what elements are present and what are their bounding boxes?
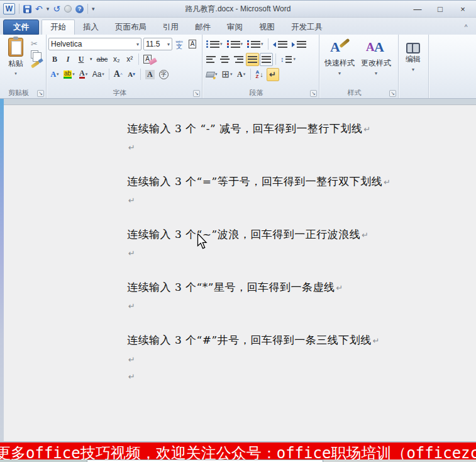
group-paragraph: ▾ ▾ ▾ ↕▾ ▾ ⊞▾ A▾ AZ ↓ ↵ 段落: [202, 35, 319, 98]
italic-button[interactable]: I: [62, 53, 74, 66]
line-spacing-button[interactable]: ↕▾: [279, 53, 297, 66]
collapse-ribbon-icon[interactable]: ^: [461, 23, 471, 31]
align-center-button[interactable]: [218, 53, 231, 66]
copy-icon[interactable]: [31, 50, 38, 59]
character-border-button[interactable]: A: [186, 38, 199, 51]
underline-button[interactable]: U: [75, 53, 87, 66]
paragraph-mark: ↵: [128, 143, 135, 152]
scrollbar-thumb[interactable]: [87, 459, 323, 462]
clear-formatting-button[interactable]: A: [141, 53, 158, 66]
tab-insert[interactable]: 插入: [75, 20, 107, 35]
group-clipboard: 粘贴 ▾ ✂ 剪贴板 ↘: [0, 35, 47, 98]
doc-line-1[interactable]: 连续输入 3 个 “-” 减号，回车得到一整行下划线↵: [127, 121, 371, 136]
doc-empty-line[interactable]: ↵: [127, 246, 135, 259]
borders-button[interactable]: ⊞▾: [220, 68, 235, 81]
multilevel-list-button[interactable]: ▾: [245, 38, 265, 51]
font-size-combo[interactable]: 11.5▾: [143, 38, 172, 50]
doc-line-4[interactable]: 连续输入 3 个“*”星号，回车得到一条虚线↵: [127, 280, 343, 295]
tab-view[interactable]: 视图: [251, 20, 283, 35]
paragraph-dialog-launcher[interactable]: ↘: [310, 90, 317, 97]
align-left-icon: [206, 56, 216, 63]
doc-empty-line[interactable]: ↵: [127, 369, 135, 382]
change-case-button[interactable]: Aa▾: [91, 68, 106, 81]
word-logo-icon[interactable]: W: [3, 3, 15, 14]
align-center-icon: [220, 56, 230, 63]
font-name-combo[interactable]: Helvetica▾: [48, 38, 141, 50]
styles-group-label: 样式: [319, 88, 389, 98]
doc-line-2[interactable]: 连续输入 3 个“=”等于号，回车得到一整行双下划线↵: [127, 174, 391, 189]
paste-dropdown[interactable]: ▾: [14, 71, 17, 76]
superscript-button[interactable]: x²: [123, 53, 136, 66]
show-hide-marks-button[interactable]: ↵: [267, 68, 279, 81]
ribbon-home: 粘贴 ▾ ✂ 剪贴板 ↘ Helvetica▾ 11.5▾ wén 文 A: [0, 35, 476, 99]
font-dialog-launcher[interactable]: ↘: [193, 90, 200, 97]
distribute-button[interactable]: [260, 53, 273, 66]
align-left-button[interactable]: [204, 53, 218, 66]
doc-empty-line[interactable]: ↵: [127, 299, 135, 312]
mouse-cursor: [196, 234, 208, 250]
grow-font-button[interactable]: A^: [112, 68, 125, 81]
numbering-button[interactable]: ▾: [225, 38, 245, 51]
decrease-indent-button[interactable]: [271, 38, 289, 51]
doc-line-5[interactable]: 连续输入 3 个“#”井号，回车得到一条三线下划线↵: [127, 333, 380, 347]
close-button[interactable]: ×: [455, 3, 471, 14]
styles-dialog-launcher[interactable]: ↘: [389, 90, 396, 97]
asian-layout-button[interactable]: A▾: [235, 68, 248, 81]
customize-qat-dropdown[interactable]: ▾: [92, 4, 95, 14]
document-page[interactable]: 连续输入 3 个 “-” 减号，回车得到一整行下划线↵ ↵ 连续输入 3 个“=…: [4, 104, 476, 441]
tab-home[interactable]: 开始: [42, 20, 75, 35]
shading-button[interactable]: ▾: [204, 68, 219, 81]
tab-references[interactable]: 引用: [155, 20, 187, 35]
minimize-button[interactable]: —: [409, 3, 426, 14]
group-editing: 编辑 ▾: [399, 35, 429, 98]
change-styles-button[interactable]: AA 更改样式 ▾: [358, 37, 394, 76]
multilevel-list-icon: [251, 41, 260, 48]
doc-empty-line[interactable]: ↵: [127, 352, 135, 365]
underline-dropdown[interactable]: ▾: [88, 53, 94, 66]
paragraph-mark: ↵: [128, 196, 135, 205]
chevron-down-icon: ▾: [136, 42, 139, 47]
maximize-button[interactable]: □: [432, 3, 448, 14]
undo-button[interactable]: ↶: [35, 4, 43, 14]
shading-bucket-icon: [206, 72, 215, 77]
quick-styles-button[interactable]: A 快速样式 ▾: [321, 37, 358, 76]
doc-line-3[interactable]: 连续输入 3 个“~”波浪，回车得到一正行波浪线↵: [127, 227, 369, 242]
tab-developer[interactable]: 开发工具: [283, 20, 331, 35]
clipboard-dialog-launcher[interactable]: ↘: [37, 90, 44, 97]
tab-mailings[interactable]: 邮件: [187, 20, 219, 35]
highlight-button[interactable]: ab▾: [62, 68, 77, 81]
font-color-button[interactable]: A▾: [77, 68, 90, 81]
cut-icon[interactable]: ✂: [31, 39, 40, 48]
help-button[interactable]: ?: [75, 5, 84, 13]
doc-empty-line[interactable]: ↵: [127, 193, 135, 206]
format-painter-icon[interactable]: [31, 60, 40, 68]
doc-empty-line[interactable]: ↵: [127, 140, 135, 153]
align-right-button[interactable]: [232, 53, 245, 66]
undo-dropdown[interactable]: ▾: [47, 4, 50, 14]
save-button[interactable]: [23, 5, 31, 13]
grayed-circle-button[interactable]: [64, 5, 72, 13]
increase-indent-button[interactable]: [290, 38, 308, 51]
subscript-button[interactable]: x₂: [110, 53, 123, 66]
justify-button[interactable]: [246, 53, 259, 66]
text-effects-button[interactable]: A▾: [48, 68, 61, 81]
shrink-font-button[interactable]: A▾: [125, 68, 138, 81]
phonetic-guide-button[interactable]: wén 文: [173, 38, 185, 51]
clipboard-group-label: 剪贴板: [0, 88, 37, 98]
paragraph-mark: ↵: [336, 283, 343, 293]
tab-page-layout[interactable]: 页面布局: [107, 20, 155, 35]
sort-button[interactable]: AZ ↓: [253, 68, 266, 81]
strikethrough-button[interactable]: abc: [95, 53, 110, 66]
document-area: 连续输入 3 个 “-” 减号，回车得到一整行下划线↵ ↵ 连续输入 3 个“=…: [0, 99, 476, 441]
tab-file[interactable]: 文件: [3, 20, 39, 35]
divider: [87, 4, 88, 14]
redo-button[interactable]: ↺: [53, 4, 60, 14]
enclose-characters-button[interactable]: 字: [157, 68, 170, 81]
paste-button[interactable]: 粘贴 ▾: [3, 37, 28, 76]
editing-button[interactable]: 编辑 ▾: [401, 37, 426, 72]
tab-review[interactable]: 审阅: [219, 20, 251, 35]
character-shading-button[interactable]: A: [143, 68, 157, 81]
bold-button[interactable]: B: [48, 53, 61, 66]
chevron-down-icon: ▾: [167, 42, 170, 47]
bullets-button[interactable]: ▾: [204, 38, 224, 51]
